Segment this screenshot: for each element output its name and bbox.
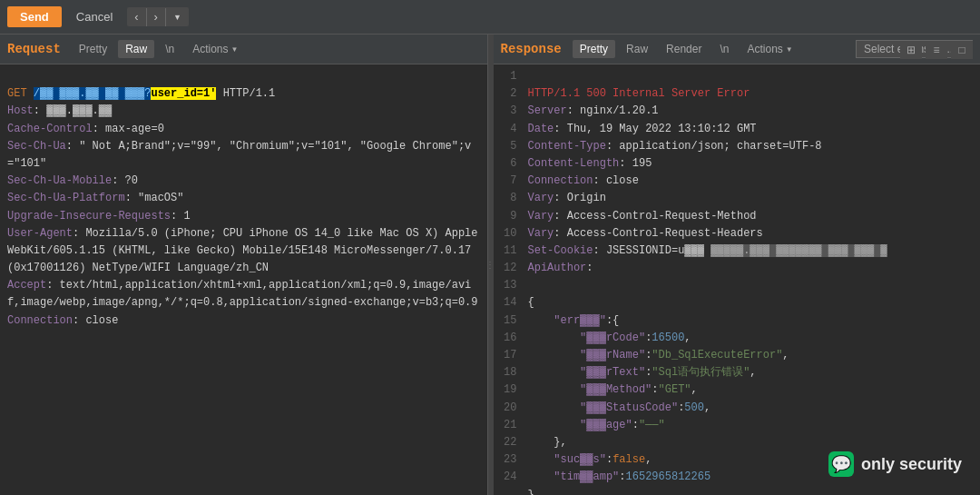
main-content: Request Pretty Raw \n Actions ▼ GET /▓▓ … xyxy=(0,35,980,495)
request-line-4: Sec-Ch-Ua: " Not A;Brand";v="99", "Chrom… xyxy=(7,140,471,170)
resp-line-9: Vary: Access-Control-Request-Headers xyxy=(528,227,763,240)
resp-line-8: Vary: Access-Control-Request-Method xyxy=(528,210,757,223)
wechat-symbol: 💬 xyxy=(831,454,851,474)
nav-prev-button[interactable]: ‹ xyxy=(127,7,145,26)
nav-dropdown-button[interactable]: ▼ xyxy=(166,10,189,25)
resp-line-18: "▓▓▓Method":"GET", xyxy=(528,383,698,396)
toolbar: Send Cancel ‹ › ▼ xyxy=(0,0,980,35)
response-line-numbers: 123456789101112131415161718192021222324 xyxy=(494,64,521,495)
tab-n-response[interactable]: \n xyxy=(712,40,736,58)
request-code-area[interactable]: GET /▓▓ ▓▓▓.▓▓ ▓▓ ▓▓▓?user_id=1' HTTP/1.… xyxy=(0,64,487,495)
resp-line-19: "▓▓▓StatusCode":500, xyxy=(528,401,711,414)
actions-label-request: Actions xyxy=(192,43,228,55)
cancel-button[interactable]: Cancel xyxy=(67,6,122,27)
resp-line-13: { xyxy=(528,296,534,309)
response-lined-area: 123456789101112131415161718192021222324 … xyxy=(494,64,981,495)
resp-line-1: HTTP/1.1 500 Internal Server Error xyxy=(528,87,750,100)
tab-raw-response[interactable]: Raw xyxy=(619,40,655,58)
actions-chevron-request: ▼ xyxy=(231,45,239,54)
actions-button-request[interactable]: Actions ▼ xyxy=(185,40,245,58)
view-toggle-grid[interactable]: ⊞ xyxy=(900,41,922,59)
resp-line-7: Vary: Origin xyxy=(528,192,606,204)
resp-line-2: Server: nginx/1.20.1 xyxy=(528,104,659,117)
tab-pretty-response[interactable]: Pretty xyxy=(573,40,615,58)
request-panel: Request Pretty Raw \n Actions ▼ GET /▓▓ … xyxy=(0,35,488,495)
tab-n-request[interactable]: \n xyxy=(158,40,181,58)
request-panel-header: Request Pretty Raw \n Actions ▼ xyxy=(0,35,487,64)
resp-line-21: }, xyxy=(528,436,567,449)
request-line-8: User-Agent: Mozilla/5.0 (iPhone; CPU iPh… xyxy=(7,227,478,274)
resp-line-17: "▓▓▓rText":"Sql语句执行错误", xyxy=(528,366,757,379)
nav-next-button[interactable]: › xyxy=(147,7,165,26)
response-panel-title: Response xyxy=(501,42,562,56)
response-panel: Response Pretty Raw Render \n Actions ▼ … xyxy=(494,35,981,495)
resp-line-14: "err▓▓▓":{ xyxy=(528,314,620,327)
request-line-1: GET /▓▓ ▓▓▓.▓▓ ▓▓ ▓▓▓?user_id=1' HTTP/1.… xyxy=(7,87,275,100)
view-toggles: ⊞ ≡ □ xyxy=(900,41,973,59)
request-line-7: Upgrade-Insecure-Requests: 1 xyxy=(7,210,191,223)
resp-line-22: "suc▓▓s":false, xyxy=(528,453,652,466)
response-code-content[interactable]: HTTP/1.1 500 Internal Server Error Serve… xyxy=(521,64,981,495)
resp-line-15: "▓▓▓rCode":16500, xyxy=(528,332,691,344)
request-line-10: Connection: close xyxy=(7,314,118,327)
send-button[interactable]: Send xyxy=(7,6,62,27)
resp-line-23: "tim▓▓amp":1652965812265 xyxy=(528,470,711,483)
watermark-text: only security xyxy=(861,455,962,474)
resp-line-10: Set-Cookie: JSESSIONID=u▓▓▓ ▓▓▓▓▓.▓▓▓ ▓▓… xyxy=(528,244,887,257)
request-line-6: Sec-Ch-Ua-Platform: "macOS" xyxy=(7,192,183,204)
resp-line-20: "▓▓▓age":"——" xyxy=(528,419,665,431)
actions-label-response: Actions xyxy=(747,43,782,55)
resp-line-24: } xyxy=(528,489,534,496)
tab-raw-request[interactable]: Raw xyxy=(118,40,154,58)
request-line-2: Host: ▓▓▓.▓▓▓.▓▓ xyxy=(7,104,112,117)
wechat-icon: 💬 xyxy=(828,451,854,477)
request-line-5: Sec-Ch-Ua-Mobile: ?0 xyxy=(7,174,138,187)
resp-line-6: Connection: close xyxy=(528,174,639,187)
view-toggle-single[interactable]: □ xyxy=(951,41,973,59)
resp-line-5: Content-Length: 195 xyxy=(528,157,652,170)
resp-line-11: ApiAuthor: xyxy=(528,262,593,274)
actions-chevron-response: ▼ xyxy=(786,45,793,54)
tab-pretty-request[interactable]: Pretty xyxy=(72,40,114,58)
view-toggle-list[interactable]: ≡ xyxy=(926,41,947,59)
resp-line-4: Content-Type: application/json; charset=… xyxy=(528,140,822,153)
resp-line-16: "▓▓▓rName":"Db_SqlExecuteError", xyxy=(528,349,789,361)
resp-line-3: Date: Thu, 19 May 2022 13:10:12 GMT xyxy=(528,123,757,135)
nav-buttons: ‹ › ▼ xyxy=(127,7,189,26)
request-panel-title: Request xyxy=(7,42,61,56)
tab-render-response[interactable]: Render xyxy=(659,40,709,58)
request-line-9: Accept: text/html,application/xhtml+xml,… xyxy=(7,279,477,309)
watermark: 💬 only security xyxy=(828,451,962,477)
actions-button-response[interactable]: Actions ▼ xyxy=(740,40,799,58)
request-line-3: Cache-Control: max-age=0 xyxy=(7,123,164,135)
